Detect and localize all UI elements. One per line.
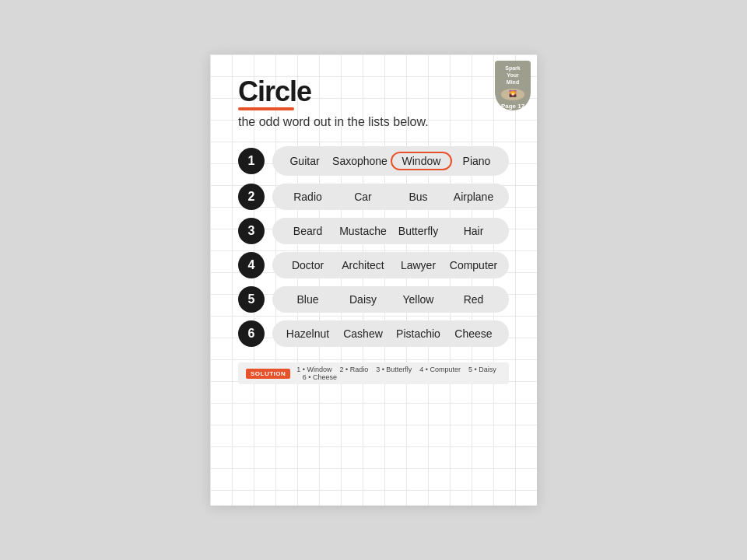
word-1-3: Window [391, 152, 452, 170]
badge: Spark Your Mind 🌄 Page 17 [495, 61, 531, 110]
word-5-2: Daisy [335, 292, 391, 307]
solution-text: 1 • Window 2 • Radio 3 • Butterfly 4 • C… [296, 366, 501, 381]
words-bar-6: HazelnutCashewPistachioCheese [272, 320, 509, 347]
words-bar-1: GuitarSaxophoneWindowPiano [272, 146, 509, 176]
row-number-4: 4 [238, 252, 265, 278]
word-4-3: Lawyer [391, 257, 446, 273]
word-6-3: Pistachio [391, 326, 446, 341]
word-3-4: Hair [446, 223, 501, 239]
word-1-1: Guitar [280, 153, 329, 169]
badge-line3: Mind [507, 79, 519, 86]
word-2-3: Bus [391, 189, 446, 205]
row-6: 6HazelnutCashewPistachioCheese [238, 320, 509, 347]
row-number-1: 1 [238, 148, 265, 174]
row-4: 4DoctorArchitectLawyerComputer [238, 252, 509, 278]
row-2: 2RadioCarBusAirplane [238, 184, 509, 210]
word-4-4: Computer [446, 257, 501, 273]
word-4-1: Doctor [280, 257, 335, 273]
row-number-3: 3 [238, 218, 265, 244]
word-1-4: Piano [452, 153, 501, 169]
word-5-1: Blue [280, 292, 335, 307]
word-2-1: Radio [280, 189, 335, 205]
badge-icon: 🌄 [501, 89, 524, 100]
solution-bar: SOLUTION 1 • Window 2 • Radio 3 • Butter… [238, 362, 509, 384]
word-3-2: Mustache [335, 223, 391, 239]
word-2-4: Airplane [446, 189, 501, 205]
row-number-6: 6 [238, 320, 265, 347]
word-6-4: Cheese [446, 326, 501, 341]
row-1: 1GuitarSaxophoneWindowPiano [238, 146, 509, 176]
row-3: 3BeardMustacheButterflyHair [238, 218, 509, 244]
words-bar-3: BeardMustacheButterflyHair [272, 218, 509, 244]
word-2-2: Car [335, 189, 391, 205]
badge-page: Page 17 [501, 103, 524, 110]
word-6-1: Hazelnut [280, 326, 335, 341]
row-number-2: 2 [238, 184, 265, 210]
row-5: 5BlueDaisyYellowRed [238, 286, 509, 313]
page-subtitle: the odd word out in the lists below. [238, 115, 509, 129]
word-5-4: Red [446, 292, 501, 307]
word-5-3: Yellow [391, 292, 446, 307]
word-3-3: Butterfly [391, 223, 446, 239]
worksheet-page: Spark Your Mind 🌄 Page 17 Circle the odd… [210, 54, 537, 506]
badge-line1: Spark [505, 65, 520, 72]
word-4-2: Architect [335, 257, 391, 273]
words-bar-4: DoctorArchitectLawyerComputer [272, 252, 509, 278]
word-1-2: Saxophone [329, 153, 391, 169]
badge-line2: Your [507, 72, 518, 79]
word-3-1: Beard [280, 223, 335, 239]
word-6-2: Cashew [335, 326, 391, 341]
row-number-5: 5 [238, 286, 265, 313]
solution-label: SOLUTION [246, 369, 290, 379]
title-underline [238, 107, 294, 110]
words-bar-2: RadioCarBusAirplane [272, 184, 509, 210]
page-title: Circle [238, 78, 509, 106]
words-bar-5: BlueDaisyYellowRed [272, 286, 509, 313]
